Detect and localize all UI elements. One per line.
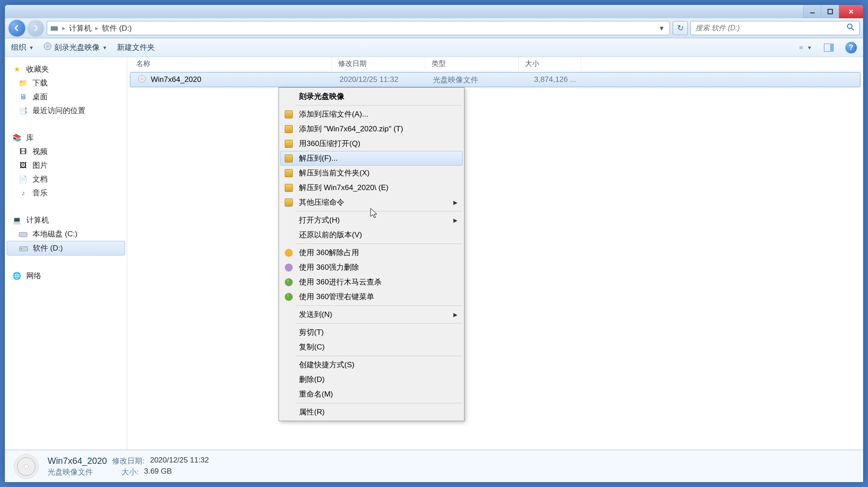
forward-button[interactable] <box>27 20 44 37</box>
ctx-open-with[interactable]: 打开方式(H) ▶ <box>280 213 463 227</box>
sidebar-item-music[interactable]: ♪ 音乐 <box>5 186 127 200</box>
computer-icon: 💻 <box>12 215 22 225</box>
breadcrumb[interactable]: ▸ 计算机 ▸ 软件 (D:) ▾ <box>47 21 670 35</box>
sidebar-item-recent[interactable]: 📑 最近访问的位置 <box>5 104 127 118</box>
ctx-360-menu[interactable]: 使用 360管理右键菜单 <box>280 289 463 304</box>
drive-icon <box>19 244 28 253</box>
close-button[interactable] <box>839 5 863 18</box>
ctx-properties[interactable]: 属性(R) <box>280 405 463 419</box>
new-folder-label: 新建文件夹 <box>117 42 155 53</box>
chevron-right-icon: ▸ <box>62 24 65 32</box>
svg-point-16 <box>141 78 143 80</box>
ctx-other-zip[interactable]: 其他压缩命令 ▶ <box>280 195 463 210</box>
ctx-copy[interactable]: 复制(C) <box>280 340 463 354</box>
view-mode-button[interactable]: ▼ <box>799 42 812 53</box>
column-type[interactable]: 类型 <box>425 57 519 71</box>
sidebar-item-drive-d[interactable]: 软件 (D:) <box>7 241 125 256</box>
sidebar-network-head[interactable]: 🌐 网络 <box>5 269 127 283</box>
ctx-extract-folder[interactable]: 解压到 Win7x64_2020\ (E) <box>280 180 463 195</box>
details-name: Win7x64_2020 <box>48 456 107 466</box>
column-size[interactable]: 大小 <box>519 57 581 71</box>
svg-rect-9 <box>799 48 803 49</box>
search-input[interactable] <box>695 24 847 32</box>
drive-icon <box>18 229 28 239</box>
ctx-360-force-delete[interactable]: 使用 360强力删除 <box>280 260 463 275</box>
ctx-extract-here[interactable]: 解压到当前文件夹(X) <box>280 166 463 180</box>
svg-rect-11 <box>830 44 834 52</box>
ctx-restore-version[interactable]: 还原以前的版本(V) <box>280 227 463 242</box>
organize-menu[interactable]: 组织 ▼ <box>11 42 34 53</box>
details-type: 光盘映像文件 <box>48 467 93 477</box>
zip-icon <box>284 154 294 163</box>
sidebar-item-pictures[interactable]: 🖼 图片 <box>5 158 127 172</box>
video-icon: 🎞 <box>18 147 28 157</box>
sidebar-item-drive-c[interactable]: 本地磁盘 (C:) <box>5 227 127 241</box>
star-icon: ★ <box>12 65 22 74</box>
sidebar-item-desktop[interactable]: 🖥 桌面 <box>5 90 127 104</box>
ctx-add-zip[interactable]: 添加到 "Win7x64_2020.zip" (T) <box>280 122 463 136</box>
refresh-button[interactable]: ↻ <box>673 21 688 35</box>
sidebar-item-downloads[interactable]: 📁 下载 <box>5 76 127 90</box>
ctx-extract-to[interactable]: 解压到(F)... <box>280 151 463 166</box>
ctx-add-archive[interactable]: 添加到压缩文件(A)... <box>280 107 463 122</box>
details-size: 3.69 GB <box>144 467 172 477</box>
zip-icon <box>284 110 294 119</box>
ctx-cut[interactable]: 剪切(T) <box>280 325 463 340</box>
svg-point-3 <box>52 28 53 29</box>
burn-image-button[interactable]: 刻录光盘映像 ▼ <box>44 42 107 53</box>
file-row[interactable]: Win7x64_2020 2020/12/25 11:32 光盘映像文件 3,8… <box>130 72 860 87</box>
360-icon <box>284 263 294 272</box>
sidebar: ★ 收藏夹 📁 下载 🖥 桌面 📑 最近访问的位置 📚 <box>5 57 127 450</box>
column-name[interactable]: 名称 <box>127 57 332 71</box>
ctx-delete[interactable]: 删除(D) <box>280 372 463 387</box>
column-date[interactable]: 修改日期 <box>332 57 425 71</box>
organize-label: 组织 <box>11 42 26 53</box>
help-button[interactable]: ? <box>845 42 857 53</box>
preview-pane-button[interactable] <box>822 42 836 53</box>
column-headers: 名称 修改日期 类型 大小 <box>127 57 863 71</box>
svg-rect-12 <box>19 232 27 237</box>
chevron-right-icon: ▸ <box>95 24 98 32</box>
chevron-right-icon: ▶ <box>453 199 457 206</box>
file-list: 名称 修改日期 类型 大小 Win7x64_2020 2020/12/25 11… <box>127 57 863 450</box>
desktop-icon: 🖥 <box>18 92 28 102</box>
disc-icon <box>44 42 52 53</box>
music-icon: ♪ <box>18 188 28 198</box>
ctx-rename[interactable]: 重命名(M) <box>280 387 463 402</box>
explorer-window: ▸ 计算机 ▸ 软件 (D:) ▾ ↻ 组织 ▼ 刻录光盘映像 ▼ <box>4 4 864 483</box>
title-bar <box>5 5 863 18</box>
360-icon <box>284 277 294 287</box>
chevron-right-icon: ▶ <box>453 312 457 318</box>
sidebar-computer-head[interactable]: 💻 计算机 <box>5 213 127 227</box>
back-button[interactable] <box>8 20 25 37</box>
breadcrumb-seg[interactable]: 计算机 <box>69 23 92 33</box>
sidebar-item-documents[interactable]: 📄 文档 <box>5 172 127 186</box>
svg-point-14 <box>21 248 22 249</box>
maximize-button[interactable] <box>821 5 839 18</box>
zip-icon <box>284 124 294 134</box>
nav-bar: ▸ 计算机 ▸ 软件 (D:) ▾ ↻ <box>5 18 863 38</box>
details-pane: Win7x64_2020 修改日期: 2020/12/25 11:32 光盘映像… <box>5 450 863 482</box>
breadcrumb-seg[interactable]: 软件 (D:) <box>102 23 132 33</box>
minimize-button[interactable] <box>803 5 821 18</box>
sidebar-libraries-head[interactable]: 📚 库 <box>5 131 127 145</box>
details-date-label: 修改日期: <box>112 456 145 466</box>
folder-icon: 📁 <box>18 78 28 88</box>
disc-image-icon <box>137 74 146 85</box>
document-icon: 📄 <box>18 175 28 184</box>
ctx-burn-image[interactable]: 刻录光盘映像 <box>280 89 463 104</box>
new-folder-button[interactable]: 新建文件夹 <box>117 42 155 53</box>
sidebar-favorites-head[interactable]: ★ 收藏夹 <box>5 62 127 76</box>
ctx-360-unlock[interactable]: 使用 360解除占用 <box>280 245 463 260</box>
search-box[interactable] <box>690 21 860 35</box>
sidebar-item-videos[interactable]: 🎞 视频 <box>5 145 127 158</box>
svg-rect-2 <box>51 26 58 31</box>
search-icon <box>847 23 855 33</box>
ctx-open-360zip[interactable]: 用360压缩打开(Q) <box>280 136 463 151</box>
breadcrumb-dropdown[interactable]: ▾ <box>656 24 667 33</box>
ctx-360-scan[interactable]: 使用 360进行木马云查杀 <box>280 275 463 289</box>
zip-icon <box>284 198 294 207</box>
chevron-right-icon: ▶ <box>453 217 457 223</box>
ctx-send-to[interactable]: 发送到(N) ▶ <box>280 307 463 322</box>
ctx-shortcut[interactable]: 创建快捷方式(S) <box>280 357 463 372</box>
